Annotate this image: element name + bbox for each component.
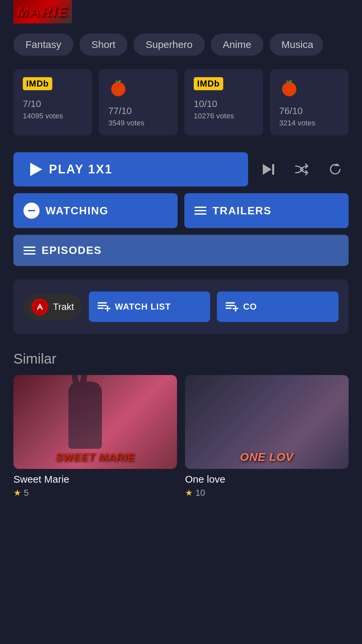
hero-section: MARIE: [0, 0, 362, 23]
play-icon: [30, 163, 42, 176]
ratings-row: IMDb 7/10 14095 votes 77/10 3549 votes I…: [0, 66, 362, 146]
one-love-title-text: ONE LOV: [240, 450, 294, 464]
genre-tag-superhero[interactable]: Superhero: [133, 34, 204, 56]
hero-image: MARIE: [13, 0, 72, 23]
play-button[interactable]: PLAY 1X1: [13, 152, 248, 186]
similar-card-one-love[interactable]: ONE LOV One love ★ 10: [185, 375, 349, 498]
skip-next-button[interactable]: [255, 158, 282, 181]
similar-card-sweet-marie[interactable]: SWEET MARIE Sweet Marie ★ 5: [13, 375, 177, 498]
imdb-logo-2: IMDb: [194, 77, 223, 90]
svg-point-1: [111, 83, 126, 96]
refresh-button[interactable]: [322, 158, 349, 181]
star-icon-1: ★: [13, 488, 21, 498]
rating-card-rt-1: 77/10 3549 votes: [99, 69, 178, 136]
svg-point-3: [282, 83, 297, 96]
rt-score-1: 77: [108, 106, 119, 116]
rt-logo-2: [279, 77, 299, 97]
rt-score-2: 76: [279, 106, 290, 116]
genre-tag-musical[interactable]: Musica: [269, 34, 323, 56]
actions-section: PLAY 1X1 WATCHING: [0, 146, 362, 276]
rating-card-imdb-2: IMDb 10/10 10276 votes: [184, 69, 263, 136]
rt-logo-1: [108, 77, 128, 97]
imdb-logo-1: IMDb: [23, 77, 52, 90]
similar-section: Similar SWEET MARIE Sweet Mari: [0, 344, 362, 505]
imdb-score-2: 10: [194, 99, 204, 109]
genre-tag-fantasy[interactable]: Fantasy: [13, 34, 73, 56]
trakt-circle-icon: [32, 299, 48, 315]
svg-marker-4: [263, 164, 272, 175]
trakt-section: Trakt WATCH LIST CO: [13, 279, 349, 334]
trailers-list-icon: [194, 207, 206, 215]
watching-icon: [23, 203, 40, 219]
genre-tag-short[interactable]: Short: [79, 34, 128, 56]
trailers-button[interactable]: TRAILERS: [184, 193, 349, 228]
similar-title: Similar: [13, 351, 349, 367]
trakt-logo[interactable]: Trakt: [23, 294, 82, 320]
rating-card-imdb-1: IMDb 7/10 14095 votes: [13, 69, 92, 136]
sweet-marie-name: Sweet Marie: [13, 474, 177, 485]
watching-button[interactable]: WATCHING: [13, 193, 178, 228]
episodes-button[interactable]: EPISODES: [13, 235, 349, 266]
star-icon-2: ★: [185, 488, 193, 498]
genre-tag-anime[interactable]: Anime: [211, 34, 263, 56]
genre-row: Fantasy Short Superhero Anime Musica: [0, 23, 362, 66]
watchlist-add-icon: [97, 299, 110, 315]
sweet-marie-rating: ★ 5: [13, 488, 177, 498]
svg-point-7: [35, 302, 45, 312]
sweet-marie-title-text: SWEET MARIE: [56, 451, 135, 464]
shuffle-button[interactable]: [288, 158, 315, 181]
imdb-score-1: 7: [23, 99, 28, 109]
one-love-rating: ★ 10: [185, 488, 349, 498]
watchlist-button[interactable]: WATCH LIST: [89, 291, 210, 322]
svg-rect-5: [272, 164, 274, 175]
collection-add-icon: [225, 299, 238, 315]
rating-card-rt-2: 76/10 3214 votes: [270, 69, 349, 136]
collection-button[interactable]: CO: [217, 291, 339, 322]
episodes-list-icon: [23, 247, 36, 255]
one-love-name: One love: [185, 474, 349, 485]
